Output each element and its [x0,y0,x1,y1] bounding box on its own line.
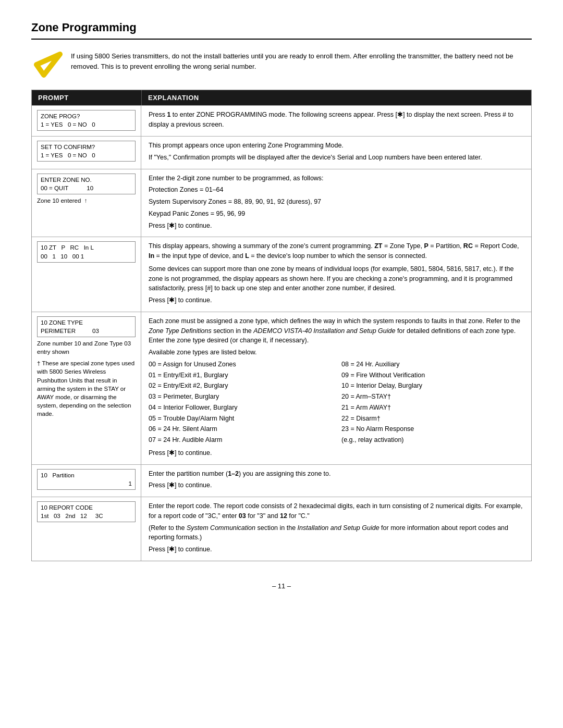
explanation-zone-summary: This display appears, showing a summary … [141,237,531,312]
summary-line2: 00 1 10 00 1 [41,252,132,261]
prompt-zone-summary: 10 ZT P RC In L 00 1 10 00 1 [32,237,141,312]
zt-21: 21 = Arm AWAY† [341,403,524,413]
type-exp2: Available zone types are listed below. [149,348,524,357]
zt-00: 00 = Assign for Unused Zones [149,360,331,369]
row-zone-summary: 10 ZT P RC In L 00 1 10 00 1 This displa… [32,237,531,312]
zt-23: 23 = No Alarm Response [341,424,524,434]
summary-line1: 10 ZT P RC In L [41,243,132,252]
zt-01: 01 = Entry/Exit #1, Burglary [149,371,331,380]
row-set-confirm: SET TO CONFIRM? 1 = YES 0 = NO 0 This pr… [32,136,531,169]
confirm-line1: SET TO CONFIRM? [41,143,132,151]
type-line1: 10 ZONE TYPE [41,318,132,327]
up-arrow-icon [84,198,88,204]
svg-marker-0 [36,54,60,75]
note-box: If using 5800 Series transmitters, do no… [31,49,532,80]
zone-exp3: System Supervisory Zones = 88, 89, 90, 9… [149,197,524,207]
exp-text-1: Press 1 to enter ZONE PROGRAMMING mode. … [149,110,524,130]
zt-07: 07 = 24 Hr. Audible Alarm [149,435,331,445]
zt-02: 02 = Entry/Exit #2, Burglary [149,381,331,391]
type-line2: PERIMETER 03 [41,327,132,335]
header-prompt: PROMPT [32,90,141,105]
zone-exp5: Press [✱] to continue. [149,221,524,231]
prompt-box-report: 10 REPORT CODE 1st 03 2nd 12 3C [37,501,136,522]
page-number: – 11 – [31,582,532,590]
zone-exp4: Keypad Panic Zones = 95, 96, 99 [149,209,524,219]
row-zone-prog: ZONE PROG? 1 = YES 0 = NO 0 Press 1 to e… [32,105,531,136]
explanation-zone-type: Each zone must be assigned a zone type, … [141,312,531,464]
explanation-report-code: Enter the report code. The report code c… [141,497,531,561]
prompt-box-summary: 10 ZT P RC In L 00 1 10 00 1 [37,241,136,262]
table-header: PROMPT EXPLANATION [32,90,531,105]
prompt-enter-zone: ENTER ZONE NO. 00 = QUIT 10 Zone 10 ente… [32,169,141,237]
zt-10: 10 = Interior Delay, Burglary [341,381,524,391]
explanation-set-confirm: This prompt appears once upon entering Z… [141,137,531,169]
zone-exp1: Enter the 2-digit zone number to be prog… [149,174,524,183]
type-exp1: Each zone must be assigned a zone type, … [149,316,524,346]
zone-entered-note: Zone 10 entered [37,196,136,205]
prompt-box-zone: ENTER ZONE NO. 00 = QUIT 10 [37,174,136,194]
report-exp2: (Refer to the System Communication secti… [149,523,524,543]
report-exp3: Press [✱] to continue. [149,545,524,554]
zone-types-columns: 00 = Assign for Unused Zones 01 = Entry/… [149,360,524,446]
prompt-box-zone-prog: ZONE PROG? 1 = YES 0 = NO 0 [37,110,136,131]
prompt-partition: 10 Partition 1 [32,465,141,497]
partition-exp1: Enter the partition number (1–2) you are… [149,469,524,479]
row-report-code: 10 REPORT CODE 1st 03 2nd 12 3C Enter th… [32,497,531,561]
prompt-report-code: 10 REPORT CODE 1st 03 2nd 12 3C [32,497,141,561]
zone-exp2: Protection Zones = 01–64 [149,185,524,195]
page-title: Zone Programming [31,21,532,40]
checkmark-icon [31,49,63,80]
zt-22: 22 = Disarm† [341,414,524,424]
zt-08: 08 = 24 Hr. Auxiliary [341,360,524,369]
prompt-line1: ZONE PROG? [41,112,132,120]
confirm-exp2: If "Yes," Confirmation prompts will be d… [149,153,524,163]
explanation-partition: Enter the partition number (1–2) you are… [141,465,531,497]
row-zone-type: 10 ZONE TYPE PERIMETER 03 Zone number 10… [32,312,531,464]
partition-line1: 10 Partition [41,471,132,479]
row-enter-zone: ENTER ZONE NO. 00 = QUIT 10 Zone 10 ente… [32,169,531,237]
zt-20: 20 = Arm–STAY† [341,392,524,402]
partition-line2: 1 [41,479,132,488]
summary-exp3: Press [✱] to continue. [149,295,524,305]
confirm-exp1: This prompt appears once upon entering Z… [149,141,524,151]
zone-type-note2: † These are special zone types used with… [37,359,136,418]
main-table: PROMPT EXPLANATION ZONE PROG? 1 = YES 0 … [31,90,532,561]
note-text: If using 5800 Series transmitters, do no… [71,49,532,71]
summary-exp2: Some devices can support more than one z… [149,264,524,293]
explanation-enter-zone: Enter the 2-digit zone number to be prog… [141,169,531,237]
report-line2: 1st 03 2nd 12 3C [41,512,132,520]
zt-09: 09 = Fire Without Verification [341,371,524,380]
zone-types-left: 00 = Assign for Unused Zones 01 = Entry/… [149,360,331,446]
zt-04: 04 = Interior Follower, Burglary [149,403,331,413]
partition-exp2: Press [✱] to continue. [149,480,524,490]
zt-06: 06 = 24 Hr. Silent Alarm [149,424,331,434]
report-line1: 10 REPORT CODE [41,503,132,512]
explanation-zone-prog: Press 1 to enter ZONE PROGRAMMING mode. … [141,106,531,136]
prompt-box-type: 10 ZONE TYPE PERIMETER 03 [37,316,136,337]
row-partition: 10 Partition 1 Enter the partition numbe… [32,464,531,497]
zone-line1: ENTER ZONE NO. [41,176,132,184]
report-exp1: Enter the report code. The report code c… [149,501,524,521]
prompt-set-confirm: SET TO CONFIRM? 1 = YES 0 = NO 0 [32,137,141,169]
type-continue: Press [✱] to continue. [149,448,524,458]
zt-relay: (e.g., relay activation) [341,435,524,445]
confirm-line2: 1 = YES 0 = NO 0 [41,151,132,159]
zt-03: 03 = Perimeter, Burglary [149,392,331,402]
zone-line2: 00 = QUIT 10 [41,184,132,192]
prompt-line2: 1 = YES 0 = NO 0 [41,120,132,129]
header-explanation: EXPLANATION [141,90,531,105]
prompt-zone-type: 10 ZONE TYPE PERIMETER 03 Zone number 10… [32,312,141,464]
zt-05: 05 = Trouble Day/Alarm Night [149,414,331,424]
zone-type-note1: Zone number 10 and Zone Type 03 entry sh… [37,339,136,356]
prompt-box-partition: 10 Partition 1 [37,469,136,490]
summary-exp1: This display appears, showing a summary … [149,241,524,261]
zone-types-right: 08 = 24 Hr. Auxiliary 09 = Fire Without … [341,360,524,446]
prompt-zone-prog: ZONE PROG? 1 = YES 0 = NO 0 [32,106,141,136]
prompt-box-confirm: SET TO CONFIRM? 1 = YES 0 = NO 0 [37,141,136,162]
